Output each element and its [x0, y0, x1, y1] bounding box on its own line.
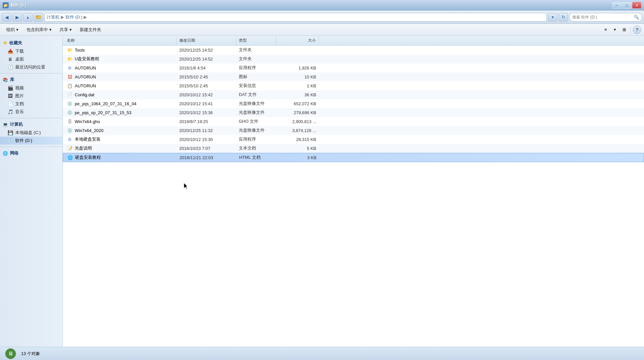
- file-area: 名称 修改日期 类型 大小 📁 Tools 2020/12/25 14:52 文…: [63, 36, 644, 347]
- file-date-cell: 2020/12/25 11:32: [177, 127, 236, 134]
- file-type-cell: DAT 文件: [236, 91, 276, 98]
- c-drive-label: 本地磁盘 (C:): [15, 130, 41, 136]
- file-date-cell: 2020/10/12 15:30: [177, 136, 236, 143]
- sidebar-item-video[interactable]: 🎬 视频: [0, 84, 63, 92]
- table-row[interactable]: 🗄 Win7x64.gho 2019/9/7 19:25 GHO 文件 2,90…: [63, 117, 644, 126]
- breadcrumb-computer[interactable]: 计算机: [47, 14, 60, 20]
- favorites-label: 收藏夹: [9, 40, 22, 46]
- file-date-cell: 2020/12/25 14:52: [177, 47, 236, 53]
- view-buttons: ≡ ▼ ⊞: [601, 25, 628, 34]
- file-size-cell: 1 KB: [276, 83, 319, 89]
- breadcrumb[interactable]: 计算机 ▶ 软件 (D:) ▶: [44, 13, 547, 22]
- file-type-cell: 文件夹: [236, 46, 276, 54]
- new-folder-label: 新建文件夹: [80, 27, 101, 33]
- toolbar: 组织 ▾ 包含到库中 ▾ 共享 ▾ 新建文件夹 ≡ ▼ ⊞ ?: [0, 24, 644, 36]
- table-row[interactable]: 📁 Tools 2020/12/25 14:52 文件夹: [63, 46, 644, 55]
- file-name-cell: 🌐 硬盘安装教程: [64, 154, 177, 161]
- location-icon-button[interactable]: [34, 13, 43, 22]
- table-row[interactable]: 💿 Win7x64_2020 2020/12/25 11:32 光盘映像文件 3…: [63, 126, 644, 135]
- sidebar-item-downloads[interactable]: 📥 下载: [0, 47, 63, 55]
- organize-button[interactable]: 组织 ▾: [3, 25, 22, 34]
- col-header-name[interactable]: 名称: [64, 36, 177, 45]
- video-icon: 🎬: [7, 85, 13, 91]
- minimize-button[interactable]: ─: [612, 2, 622, 9]
- col-header-type[interactable]: 类型: [236, 36, 276, 45]
- help-button[interactable]: ?: [633, 25, 641, 34]
- document-label: 文档: [15, 101, 24, 107]
- details-view-button[interactable]: ⊞: [620, 25, 628, 34]
- titlebar-title: 软件 (D:): [11, 3, 26, 8]
- library-label: 库: [10, 77, 14, 83]
- toolbar-separator: [630, 26, 631, 33]
- file-list: 📁 Tools 2020/12/25 14:52 文件夹 📁 U盘安装教程 20…: [63, 46, 644, 347]
- desktop-label: 桌面: [15, 56, 24, 62]
- titlebar: 📁 软件 (D:) ─ □ ✕: [0, 0, 644, 11]
- search-icon[interactable]: 🔍: [634, 15, 639, 20]
- share-button[interactable]: 共享 ▾: [56, 25, 75, 34]
- file-date-cell: 2016/10/23 7:07: [177, 145, 236, 152]
- forward-button[interactable]: ▶: [13, 13, 22, 22]
- close-button[interactable]: ✕: [632, 2, 641, 9]
- file-name-cell: 🗄 Win7x64.gho: [64, 118, 177, 125]
- include-label: 包含到库中: [26, 27, 48, 33]
- breadcrumb-drive[interactable]: 软件 (D:): [65, 14, 82, 20]
- sidebar-item-music[interactable]: 🎵 音乐: [0, 108, 63, 116]
- search-input[interactable]: [572, 15, 632, 20]
- d-drive-label: 软件 (D:): [15, 138, 32, 144]
- table-row[interactable]: 💿 pe_yqs_1064_20_07_31_16_04 2020/10/12 …: [63, 99, 644, 108]
- sidebar-divider-2: [0, 118, 63, 118]
- file-name-cell: 💿 Win7x64_2020: [64, 127, 177, 134]
- view-dropdown-button[interactable]: ▼: [611, 25, 619, 34]
- maximize-button[interactable]: □: [622, 2, 631, 9]
- file-name-cell: 📁 U盘安装教程: [64, 55, 177, 63]
- file-type-cell: 文本文档: [236, 145, 276, 152]
- table-row[interactable]: 📄 Config.dat 2020/10/12 15:42 DAT 文件 36 …: [63, 90, 644, 99]
- video-label: 视频: [15, 85, 24, 91]
- table-row[interactable]: 📁 U盘安装教程 2020/12/25 14:52 文件夹: [63, 55, 644, 64]
- file-icon: 📁: [67, 47, 73, 53]
- back-button[interactable]: ◀: [2, 13, 11, 22]
- file-type-cell: 文件夹: [236, 55, 276, 63]
- file-type-cell: 光盘映像文件: [236, 109, 276, 116]
- sidebar-item-d-drive[interactable]: 💿 软件 (D:): [0, 137, 63, 145]
- network-icon: 🌐: [3, 151, 8, 156]
- sidebar-section-network[interactable]: 🌐 网络: [0, 149, 63, 158]
- file-type-cell: 安装信息: [236, 82, 276, 89]
- view-mode-button[interactable]: ≡: [601, 25, 610, 34]
- file-size-cell: 36 KB: [276, 92, 319, 98]
- sidebar-item-recent[interactable]: 🕐 最近访问的位置: [0, 63, 63, 71]
- file-size-cell: 2,900,813 ...: [276, 118, 319, 125]
- sidebar-section-favorites[interactable]: ★ 收藏夹: [0, 38, 63, 47]
- table-row[interactable]: 📝 光盘说明 2016/10/23 7:07 文本文档 5 KB: [63, 144, 644, 153]
- file-type-cell: 光盘映像文件: [236, 100, 276, 107]
- sidebar-item-desktop[interactable]: 🖥 桌面: [0, 55, 63, 63]
- col-header-size[interactable]: 大小: [276, 36, 319, 45]
- sidebar-section-computer[interactable]: 💻 计算机: [0, 120, 63, 129]
- table-row[interactable]: 💿 pe_yqs_xp_20_07_31_15_53 2020/10/12 15…: [63, 108, 644, 117]
- main-area: ★ 收藏夹 📥 下载 🖥 桌面 🕐 最近访问的位置 📚 库 🎬 视频 🖼 图片: [0, 36, 644, 347]
- file-name-cell: 📝 光盘说明: [64, 145, 177, 152]
- up-button[interactable]: ▲: [23, 13, 32, 22]
- file-name-cell: 📋 AUTORUN: [64, 82, 177, 89]
- sidebar-item-picture[interactable]: 🖼 图片: [0, 92, 63, 100]
- include-library-button[interactable]: 包含到库中 ▾: [23, 25, 55, 34]
- sidebar-section-library[interactable]: 📚 库: [0, 75, 63, 84]
- file-size-cell: 3,874,126 ...: [276, 127, 319, 134]
- refresh-button[interactable]: ↻: [559, 13, 568, 22]
- table-row[interactable]: 📋 AUTORUN 2015/5/10 2:45 安装信息 1 KB: [63, 81, 644, 90]
- sidebar-item-c-drive[interactable]: 💾 本地磁盘 (C:): [0, 129, 63, 137]
- dropdown-button[interactable]: ▼: [548, 13, 557, 22]
- file-type-cell: 图标: [236, 73, 276, 80]
- file-icon: 📝: [67, 145, 73, 151]
- file-size-cell: 5 KB: [276, 145, 319, 152]
- table-row[interactable]: ⚙ 本地硬盘安装 2020/10/12 15:30 应用程序 28,315 KB: [63, 135, 644, 144]
- table-row[interactable]: 🌐 硬盘安装教程 2016/11/21 22:03 HTML 文档 3 KB: [63, 153, 644, 162]
- table-row[interactable]: ⚙ AUTORUN 2016/1/8 4:54 应用程序 1,926 KB: [63, 64, 644, 72]
- sidebar-item-document[interactable]: 📄 文档: [0, 100, 63, 108]
- file-icon: 📄: [67, 92, 73, 98]
- new-folder-button[interactable]: 新建文件夹: [76, 25, 105, 34]
- col-header-date[interactable]: 修改日期: [177, 36, 236, 45]
- addressbar: ◀ ▶ ▲ 计算机 ▶ 软件 (D:) ▶ ▼ ↻ 🔍: [0, 11, 644, 24]
- table-row[interactable]: 🖼 AUTORUN 2015/5/10 2:45 图标 10 KB: [63, 72, 644, 81]
- file-date-cell: 2020/12/25 14:52: [177, 56, 236, 62]
